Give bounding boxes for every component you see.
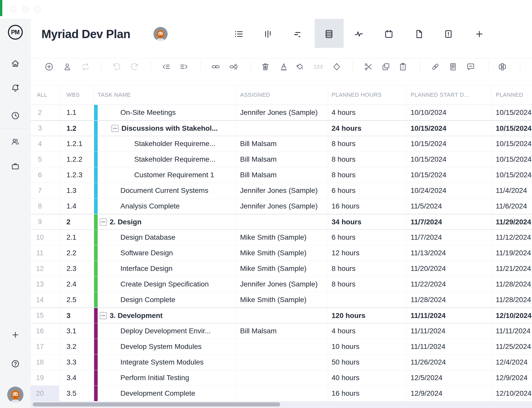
task-row[interactable]: 31.2Discussions with Stakehol...24 hours… bbox=[31, 120, 532, 136]
cell-name[interactable]: 3. Development bbox=[94, 308, 236, 323]
collapse-toggle[interactable] bbox=[111, 125, 119, 132]
cell-wbs[interactable]: 2 bbox=[59, 214, 94, 229]
cell-assigned[interactable] bbox=[236, 339, 328, 354]
cell-wbs[interactable]: 2.3 bbox=[59, 261, 94, 276]
cell-start[interactable]: 12/9/2024 bbox=[406, 386, 492, 401]
cell-hours[interactable]: 40 hours bbox=[328, 370, 406, 385]
cell-finish[interactable]: 10/15/2024 bbox=[492, 167, 532, 183]
cell-assigned[interactable]: Bill Malsam bbox=[236, 167, 328, 183]
cell-finish[interactable]: 11/25/2024 bbox=[492, 339, 532, 354]
cell-start[interactable]: 10/15/2024 bbox=[406, 136, 492, 151]
cell-start[interactable]: 10/15/2024 bbox=[406, 167, 492, 183]
milestone-diamond-icon[interactable] bbox=[331, 61, 343, 73]
cell-finish[interactable]: 11/29/2024 bbox=[492, 214, 532, 229]
cell-name[interactable]: Document Current Systems bbox=[94, 183, 236, 198]
cell-wbs[interactable]: 2.5 bbox=[59, 292, 94, 307]
cell-start[interactable]: 11/7/2024 bbox=[406, 230, 492, 245]
cell-wbs[interactable]: 1.3 bbox=[59, 183, 94, 198]
window-minimize-button[interactable] bbox=[22, 6, 29, 13]
cell-wbs[interactable]: 3.4 bbox=[59, 370, 94, 385]
cell-num[interactable]: 7 bbox=[31, 183, 59, 198]
cell-hours[interactable]: 120 hours bbox=[328, 308, 406, 323]
cell-name[interactable]: Design Complete bbox=[94, 292, 236, 307]
cell-assigned[interactable]: Mike Smith (Sample) bbox=[236, 245, 328, 261]
cell-wbs[interactable]: 1.4 bbox=[59, 199, 94, 214]
plan-title[interactable]: Myriad Dev Plan bbox=[41, 27, 130, 41]
cell-hours[interactable] bbox=[328, 292, 406, 307]
cell-num[interactable]: 15 bbox=[31, 308, 59, 323]
notes-document-icon[interactable] bbox=[447, 61, 459, 73]
cell-finish[interactable]: 11/12/2024 bbox=[492, 230, 532, 245]
task-row[interactable]: 102.1Design DatabaseMike Smith (Sample)6… bbox=[31, 230, 532, 245]
delete-trash-icon[interactable] bbox=[259, 61, 271, 73]
cell-assigned[interactable]: Bill Malsam bbox=[236, 323, 328, 339]
cell-num[interactable]: 2 bbox=[31, 105, 59, 120]
cell-start[interactable]: 11/22/2024 bbox=[406, 277, 492, 292]
cell-finish[interactable]: 11/4/2024 bbox=[492, 183, 532, 198]
assign-person-icon[interactable] bbox=[61, 61, 73, 73]
cell-assigned[interactable]: Jennifer Jones (Sample) bbox=[236, 277, 328, 292]
cell-wbs[interactable]: 2.1 bbox=[59, 230, 94, 245]
cell-name[interactable]: Analysis Complete bbox=[94, 199, 236, 214]
cell-wbs[interactable]: 3.5 bbox=[59, 386, 94, 401]
cell-assigned[interactable]: Mike Smith (Sample) bbox=[236, 261, 328, 276]
cell-finish[interactable]: 10/15/2024 bbox=[492, 136, 532, 151]
cell-start[interactable]: 10/10/2024 bbox=[406, 105, 492, 120]
task-row[interactable]: 1533. Development120 hours11/11/202412/1… bbox=[31, 308, 532, 323]
column-header-name[interactable]: TASK NAME bbox=[94, 85, 236, 105]
task-row[interactable]: 173.2Develop System Modules10 hours11/11… bbox=[31, 339, 532, 355]
tab-sheet-icon[interactable] bbox=[322, 27, 336, 41]
cell-assigned[interactable]: Bill Malsam bbox=[236, 152, 328, 167]
window-zoom-button[interactable] bbox=[34, 6, 41, 13]
task-row[interactable]: 163.1Deploy Development Envir...Bill Mal… bbox=[31, 323, 532, 339]
tab-activity-icon[interactable] bbox=[352, 27, 366, 41]
cell-assigned[interactable]: Jennifer Jones (Sample) bbox=[236, 199, 328, 214]
cell-assigned[interactable]: Jennifer Jones (Sample) bbox=[236, 183, 328, 198]
column-header-assigned[interactable]: ASSIGNED bbox=[236, 85, 328, 105]
fill-color-icon[interactable] bbox=[294, 61, 305, 73]
cell-assigned[interactable] bbox=[236, 308, 328, 323]
cell-name[interactable]: Develop System Modules bbox=[94, 339, 236, 354]
task-row[interactable]: 71.3Document Current SystemsJennifer Jon… bbox=[31, 183, 532, 199]
cell-hours[interactable]: 24 hours bbox=[328, 121, 406, 136]
cell-hours[interactable]: 6 hours bbox=[328, 183, 406, 198]
cell-wbs[interactable]: 1.1 bbox=[59, 105, 94, 120]
column-header-hours[interactable]: PLANNED HOURS bbox=[328, 85, 406, 105]
cell-num[interactable]: 12 bbox=[31, 261, 59, 276]
cell-num[interactable]: 4 bbox=[31, 136, 59, 151]
cell-num[interactable]: 20 bbox=[31, 386, 59, 401]
task-row[interactable]: 21.1On-Site MeetingsJennifer Jones (Samp… bbox=[31, 105, 532, 120]
cell-hours[interactable]: 12 hours bbox=[328, 245, 406, 261]
cell-num[interactable]: 18 bbox=[31, 355, 59, 370]
cell-name[interactable]: Development Complete bbox=[94, 386, 236, 401]
cell-start[interactable]: 10/24/2024 bbox=[406, 183, 492, 198]
cell-finish[interactable]: 10/15/2024 bbox=[492, 105, 532, 120]
task-row[interactable]: 81.4Analysis CompleteJennifer Jones (Sam… bbox=[31, 199, 532, 214]
cell-hours[interactable]: 50 hours bbox=[328, 355, 406, 370]
column-header-num[interactable]: ALL bbox=[31, 85, 59, 105]
timesheet-clock-icon[interactable] bbox=[9, 110, 21, 122]
cell-wbs[interactable]: 1.2.2 bbox=[59, 152, 94, 167]
cell-wbs[interactable]: 3.2 bbox=[59, 339, 94, 354]
cell-num[interactable]: 11 bbox=[31, 245, 59, 261]
task-row[interactable]: 132.4Create Design SpecificationJennifer… bbox=[31, 277, 532, 292]
copy-icon[interactable] bbox=[380, 61, 392, 73]
column-header-wbs[interactable]: WBS bbox=[59, 85, 94, 105]
task-row[interactable]: 122.3Interface DesignMike Smith (Sample)… bbox=[31, 261, 532, 277]
paste-clipboard-icon[interactable] bbox=[397, 61, 409, 73]
pm-logo[interactable]: PM bbox=[8, 25, 23, 40]
cell-num[interactable]: 5 bbox=[31, 152, 59, 167]
cell-hours[interactable]: 16 hours bbox=[328, 199, 406, 214]
cell-num[interactable]: 16 bbox=[31, 323, 59, 339]
tab-task-list-icon[interactable] bbox=[232, 27, 245, 41]
notifications-bell-icon[interactable] bbox=[9, 82, 21, 94]
cell-assigned[interactable] bbox=[236, 370, 328, 385]
tab-risks-alert-icon[interactable] bbox=[442, 27, 455, 41]
cell-wbs[interactable]: 3.1 bbox=[59, 323, 94, 339]
cell-name[interactable]: Stakeholder Requireme... bbox=[94, 136, 236, 151]
help-question-icon[interactable] bbox=[9, 358, 21, 370]
cell-finish[interactable]: 11/19/2024 bbox=[492, 245, 532, 261]
cell-start[interactable]: 11/11/2024 bbox=[406, 308, 492, 323]
task-row[interactable]: 61.2.3Customer Requirement 1Bill Malsam8… bbox=[31, 167, 532, 183]
cell-num[interactable]: 3 bbox=[31, 121, 59, 136]
